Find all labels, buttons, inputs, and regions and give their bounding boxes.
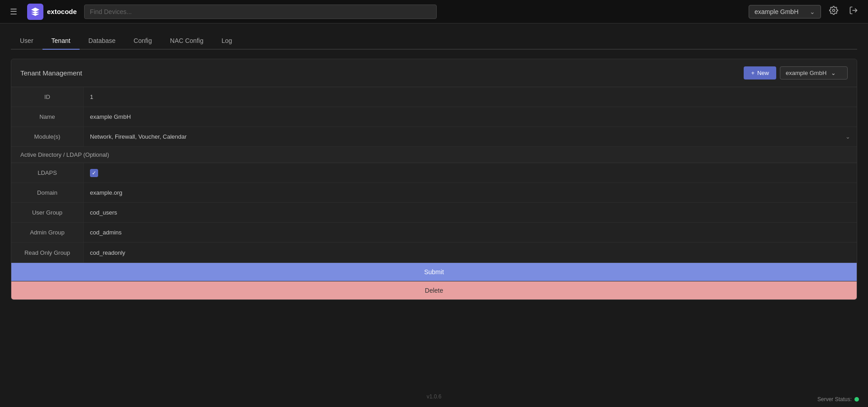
- top-navigation: ☰ extocode example GmbH ⌄: [0, 0, 868, 23]
- modules-row: Module(s) Network, Firewall, Voucher, Ca…: [11, 127, 857, 147]
- tenant-selector[interactable]: example GmbH ⌄: [749, 5, 821, 19]
- search-input[interactable]: [84, 5, 437, 19]
- chevron-down-icon: ⌄: [810, 8, 815, 15]
- hamburger-menu[interactable]: ☰: [7, 4, 20, 19]
- id-value: [84, 87, 857, 107]
- modules-text: Network, Firewall, Voucher, Calendar: [90, 133, 187, 140]
- submit-button[interactable]: Submit: [11, 262, 857, 281]
- tab-tenant[interactable]: Tenant: [42, 33, 80, 50]
- read-only-group-row: Read Only Group: [11, 243, 857, 262]
- logo-svg: [30, 7, 40, 17]
- svg-point-0: [833, 9, 835, 12]
- gear-icon: [829, 6, 838, 15]
- name-label: Name: [11, 107, 84, 126]
- read-only-label: Read Only Group: [11, 243, 84, 262]
- admin-group-value: [84, 223, 857, 242]
- name-value: [84, 107, 857, 126]
- tab-database[interactable]: Database: [80, 33, 125, 50]
- card-actions: + New example GmbH ⌄: [744, 66, 848, 80]
- name-row: Name: [11, 107, 857, 127]
- ldap-section-header: Active Directory / LDAP (Optional): [11, 147, 857, 163]
- card-header: Tenant Management + New example GmbH ⌄: [11, 59, 857, 87]
- main-container: User Tenant Database Config NAC Config L…: [0, 23, 868, 309]
- new-button[interactable]: + New: [744, 66, 776, 80]
- card-title: Tenant Management: [20, 69, 82, 77]
- id-label: ID: [11, 87, 84, 107]
- user-group-value: [84, 203, 857, 222]
- tab-nac-config[interactable]: NAC Config: [161, 33, 212, 50]
- id-row: ID: [11, 87, 857, 107]
- admin-group-input[interactable]: [90, 229, 850, 236]
- tab-user[interactable]: User: [11, 33, 42, 50]
- ldaps-value: ✓: [84, 163, 857, 182]
- server-status: Server Status:: [817, 396, 859, 402]
- delete-button[interactable]: Delete: [11, 281, 857, 299]
- plus-icon: +: [751, 70, 755, 76]
- logout-button[interactable]: [846, 3, 861, 20]
- tenant-selector-label: example GmbH: [755, 8, 798, 15]
- domain-value: [84, 183, 857, 202]
- version-text: v1.0.6: [427, 393, 442, 400]
- tenant-dropdown[interactable]: example GmbH ⌄: [780, 66, 848, 80]
- footer: v1.0.6: [0, 386, 868, 407]
- app-name: extocode: [47, 8, 77, 15]
- domain-label: Domain: [11, 183, 84, 202]
- settings-button[interactable]: [826, 3, 841, 20]
- read-only-input[interactable]: [90, 249, 850, 256]
- logout-icon: [849, 6, 858, 15]
- logo-icon: [27, 4, 43, 20]
- read-only-value: [84, 243, 857, 262]
- name-input[interactable]: [90, 113, 850, 120]
- admin-group-row: Admin Group: [11, 223, 857, 243]
- chevron-down-icon: ⌄: [845, 133, 850, 140]
- server-status-label: Server Status:: [817, 396, 852, 402]
- domain-input[interactable]: [90, 189, 850, 196]
- ldap-section-title: Active Directory / LDAP (Optional): [20, 151, 109, 158]
- modules-value[interactable]: Network, Firewall, Voucher, Calendar ⌄: [84, 127, 857, 146]
- nav-right: example GmbH ⌄: [749, 3, 861, 20]
- tabs: User Tenant Database Config NAC Config L…: [11, 33, 857, 50]
- ldaps-checkbox[interactable]: ✓: [90, 169, 98, 177]
- ldaps-row: LDAPS ✓: [11, 163, 857, 183]
- ldaps-label: LDAPS: [11, 163, 84, 182]
- domain-row: Domain: [11, 183, 857, 203]
- chevron-down-icon: ⌄: [831, 70, 836, 76]
- user-group-input[interactable]: [90, 209, 850, 216]
- tenant-dropdown-label: example GmbH: [786, 70, 826, 76]
- user-group-label: User Group: [11, 203, 84, 222]
- tenant-management-card: Tenant Management + New example GmbH ⌄ I…: [11, 59, 857, 300]
- user-group-row: User Group: [11, 203, 857, 223]
- app-logo: extocode: [27, 4, 77, 20]
- admin-group-label: Admin Group: [11, 223, 84, 242]
- status-dot-green: [854, 397, 859, 402]
- new-button-label: New: [757, 70, 769, 76]
- tab-log[interactable]: Log: [212, 33, 241, 50]
- modules-label: Module(s): [11, 127, 84, 146]
- id-input[interactable]: [90, 94, 850, 100]
- tab-config[interactable]: Config: [125, 33, 161, 50]
